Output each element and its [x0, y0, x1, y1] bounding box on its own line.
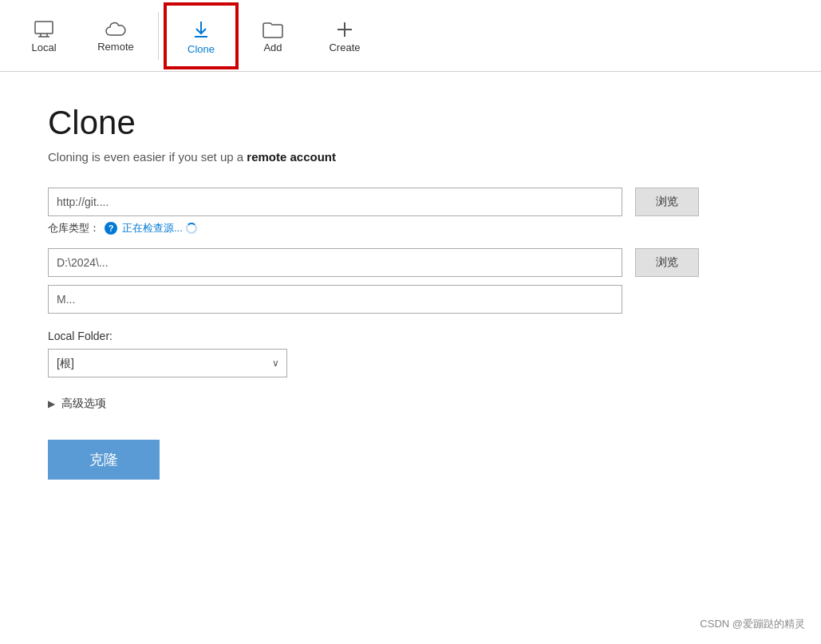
footer-watermark: CSDN @爱蹦跶的精灵 [700, 617, 805, 631]
loading-spinner [186, 223, 197, 234]
toolbar-item-local[interactable]: Local [8, 4, 80, 68]
url-input[interactable] [48, 188, 622, 216]
page-subtitle: Cloning is even easier if you set up a r… [48, 150, 773, 164]
subtitle-link[interactable]: remote account [247, 150, 336, 164]
svg-rect-0 [35, 22, 53, 34]
url-row: 浏览 [48, 188, 773, 216]
help-icon[interactable]: ? [105, 222, 117, 235]
local-folder-select[interactable]: [根] [48, 349, 287, 377]
url-browse-button[interactable]: 浏览 [635, 188, 699, 216]
folder-icon [262, 21, 283, 38]
toolbar-divider [158, 12, 159, 60]
repo-type-row: 仓库类型： ? 正在检查源... [48, 221, 773, 235]
repo-type-label: 仓库类型： [48, 221, 100, 235]
local-path-browse-button[interactable]: 浏览 [635, 248, 699, 277]
name-input[interactable] [48, 285, 622, 314]
toolbar-item-add[interactable]: Add [237, 4, 309, 68]
page-title: Clone [48, 104, 773, 142]
toolbar-remote-label: Remote [97, 41, 134, 53]
toolbar-local-label: Local [31, 41, 56, 53]
checking-text: 正在检查源... [122, 221, 183, 235]
toolbar-item-clone[interactable]: Clone [165, 4, 237, 68]
toolbar-item-remote[interactable]: Remote [80, 4, 152, 68]
local-path-input[interactable] [48, 248, 622, 277]
toolbar-item-create[interactable]: Create [309, 4, 381, 68]
monitor-icon [34, 21, 53, 38]
local-folder-label: Local Folder: [48, 330, 773, 342]
advanced-options-label: 高级选项 [61, 397, 106, 411]
toolbar-clone-label: Clone [187, 43, 215, 55]
local-path-row: 浏览 [48, 248, 773, 277]
toolbar-create-label: Create [329, 41, 360, 53]
cloud-icon [105, 22, 126, 38]
subtitle-text-start: Cloning is even easier if you set up a [48, 150, 247, 164]
clone-download-icon [191, 19, 211, 40]
toolbar: Local Remote Clone Add [0, 0, 821, 72]
advanced-options-row[interactable]: ▶ 高级选项 [48, 397, 773, 411]
plus-icon [336, 21, 353, 38]
name-row [48, 285, 773, 314]
main-content: Clone Cloning is even easier if you set … [0, 72, 821, 512]
chevron-right-icon: ▶ [48, 398, 55, 409]
toolbar-add-label: Add [263, 41, 282, 53]
local-folder-dropdown-wrapper: [根] [48, 349, 287, 377]
clone-button[interactable]: 克隆 [48, 440, 160, 480]
local-folder-row: [根] [48, 349, 773, 377]
